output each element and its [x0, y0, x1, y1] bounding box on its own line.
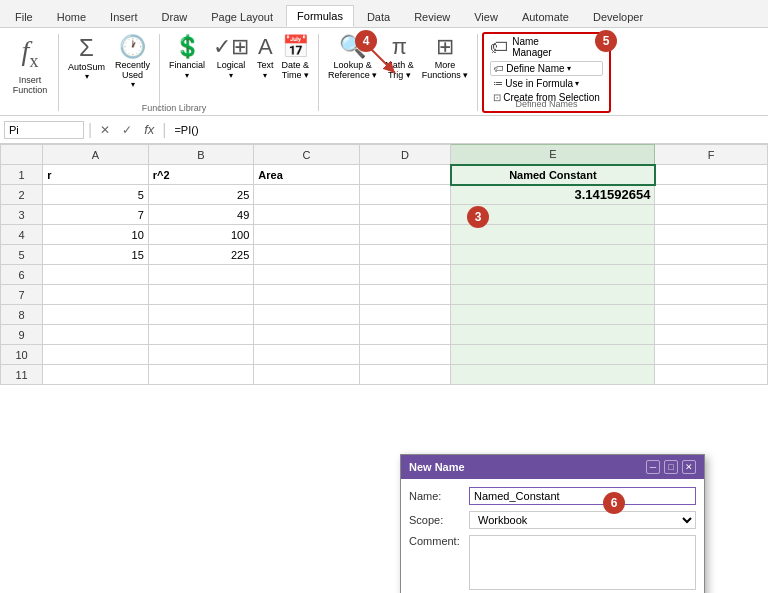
tab-developer[interactable]: Developer — [582, 6, 654, 27]
cell-c8[interactable] — [254, 305, 360, 325]
tab-review[interactable]: Review — [403, 6, 461, 27]
cell-a9[interactable] — [43, 325, 149, 345]
dialog-close-button[interactable]: ✕ — [682, 460, 696, 474]
cell-b5[interactable]: 225 — [148, 245, 254, 265]
cell-e5[interactable] — [451, 245, 655, 265]
cell-f5[interactable] — [655, 245, 768, 265]
col-header-c[interactable]: C — [254, 145, 360, 165]
cell-e11[interactable] — [451, 365, 655, 385]
cell-b7[interactable] — [148, 285, 254, 305]
comment-textarea[interactable] — [469, 535, 696, 590]
col-header-e[interactable]: E — [451, 145, 655, 165]
cell-f11[interactable] — [655, 365, 768, 385]
cell-e4[interactable] — [451, 225, 655, 245]
cell-c10[interactable] — [254, 345, 360, 365]
cell-a11[interactable] — [43, 365, 149, 385]
cell-b1[interactable]: r^2 — [148, 165, 254, 185]
autosum-dropdown[interactable]: ▾ — [85, 72, 89, 81]
cell-d11[interactable] — [359, 365, 450, 385]
cell-c6[interactable] — [254, 265, 360, 285]
cell-c9[interactable] — [254, 325, 360, 345]
cell-d10[interactable] — [359, 345, 450, 365]
cell-c11[interactable] — [254, 365, 360, 385]
define-name-button[interactable]: 🏷 Define Name ▾ — [490, 61, 603, 76]
cell-a5[interactable]: 15 — [43, 245, 149, 265]
dialog-minimize-button[interactable]: ─ — [646, 460, 660, 474]
cell-f6[interactable] — [655, 265, 768, 285]
cell-b2[interactable]: 25 — [148, 185, 254, 205]
cell-a3[interactable]: 7 — [43, 205, 149, 225]
cell-a1[interactable]: r — [43, 165, 149, 185]
cell-e7[interactable] — [451, 285, 655, 305]
tab-view[interactable]: View — [463, 6, 509, 27]
tab-insert[interactable]: Insert — [99, 6, 149, 27]
cell-a4[interactable]: 10 — [43, 225, 149, 245]
cell-c7[interactable] — [254, 285, 360, 305]
tab-home[interactable]: Home — [46, 6, 97, 27]
cell-b3[interactable]: 49 — [148, 205, 254, 225]
cell-d4[interactable] — [359, 225, 450, 245]
name-box[interactable] — [4, 121, 84, 139]
cell-f9[interactable] — [655, 325, 768, 345]
more-functions-button[interactable]: ⊞ MoreFunctions ▾ — [419, 32, 472, 113]
col-header-f[interactable]: F — [655, 145, 768, 165]
cell-d7[interactable] — [359, 285, 450, 305]
cell-a7[interactable] — [43, 285, 149, 305]
cell-c4[interactable] — [254, 225, 360, 245]
cell-d8[interactable] — [359, 305, 450, 325]
cell-e6[interactable] — [451, 265, 655, 285]
cell-e10[interactable] — [451, 345, 655, 365]
cell-c5[interactable] — [254, 245, 360, 265]
cell-b8[interactable] — [148, 305, 254, 325]
cell-d5[interactable] — [359, 245, 450, 265]
cell-b10[interactable] — [148, 345, 254, 365]
cell-a2[interactable]: 5 — [43, 185, 149, 205]
define-name-dropdown[interactable]: ▾ — [567, 64, 571, 73]
cell-f2[interactable] — [655, 185, 768, 205]
cell-e9[interactable] — [451, 325, 655, 345]
cell-a10[interactable] — [43, 345, 149, 365]
cell-f4[interactable] — [655, 225, 768, 245]
col-header-d[interactable]: D — [359, 145, 450, 165]
tab-pagelayout[interactable]: Page Layout — [200, 6, 284, 27]
cell-a8[interactable] — [43, 305, 149, 325]
cell-f7[interactable] — [655, 285, 768, 305]
name-input[interactable] — [469, 487, 696, 505]
cell-e8[interactable] — [451, 305, 655, 325]
cell-f1[interactable] — [655, 165, 768, 185]
math-trig-button[interactable]: π Math &Trig ▾ — [382, 32, 417, 113]
formula-cancel-button[interactable]: ✕ — [96, 121, 114, 139]
cell-b11[interactable] — [148, 365, 254, 385]
insert-function-button[interactable]: fx — [17, 32, 44, 75]
formula-confirm-button[interactable]: ✓ — [118, 121, 136, 139]
cell-c2[interactable] — [254, 185, 360, 205]
col-header-b[interactable]: B — [148, 145, 254, 165]
cell-d3[interactable] — [359, 205, 450, 225]
cell-c1[interactable]: Area — [254, 165, 360, 185]
formula-input[interactable] — [170, 122, 764, 138]
recently-used-dropdown[interactable]: ▾ — [131, 80, 135, 89]
cell-e1[interactable]: Named Constant — [451, 165, 655, 185]
cell-b6[interactable] — [148, 265, 254, 285]
name-manager-button[interactable]: 🏷 NameManager — [490, 36, 603, 58]
cell-d6[interactable] — [359, 265, 450, 285]
cell-f8[interactable] — [655, 305, 768, 325]
cell-b4[interactable]: 100 — [148, 225, 254, 245]
tab-file[interactable]: File — [4, 6, 44, 27]
cell-b9[interactable] — [148, 325, 254, 345]
cell-c3[interactable] — [254, 205, 360, 225]
tab-automate[interactable]: Automate — [511, 6, 580, 27]
cell-f10[interactable] — [655, 345, 768, 365]
use-in-formula-button[interactable]: ≔ Use in Formula ▾ — [490, 77, 603, 90]
cell-d2[interactable] — [359, 185, 450, 205]
tab-data[interactable]: Data — [356, 6, 401, 27]
scope-select[interactable]: Workbook Sheet1 — [469, 511, 696, 529]
cell-d9[interactable] — [359, 325, 450, 345]
cell-e2[interactable]: 3.141592654 — [451, 185, 655, 205]
tab-draw[interactable]: Draw — [151, 6, 199, 27]
use-formula-dropdown[interactable]: ▾ — [575, 79, 579, 88]
dialog-maximize-button[interactable]: □ — [664, 460, 678, 474]
cell-a6[interactable] — [43, 265, 149, 285]
cell-f3[interactable] — [655, 205, 768, 225]
cell-d1[interactable] — [359, 165, 450, 185]
